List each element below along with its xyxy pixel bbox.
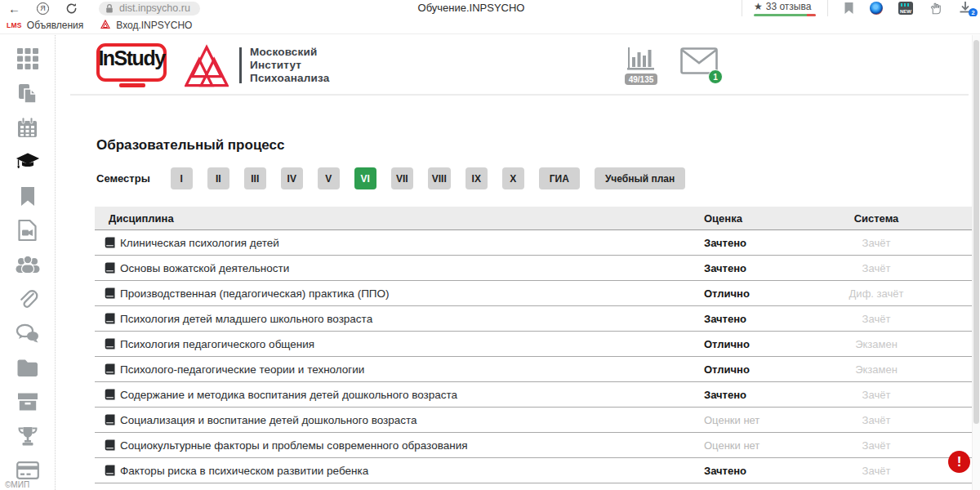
- alert-notification-badge[interactable]: !: [948, 451, 970, 473]
- semester-button[interactable]: III: [244, 167, 266, 189]
- scrollbar-thumb[interactable]: [973, 40, 979, 424]
- copyright-label: ©МИП: [5, 480, 29, 489]
- credit-card-icon: [16, 461, 39, 479]
- archive-box-icon: [17, 392, 38, 412]
- disciplines-table: Дисциплина Оценка Система Клиническая пс…: [95, 207, 972, 483]
- bookmark-item-announcements[interactable]: LMS Объявления: [7, 20, 83, 31]
- discipline-title: Клиническая психология детей: [120, 237, 279, 249]
- semesters-row: Семестры IIIIIIIVVVIVIIVIIIIXXГИАУчебный…: [96, 167, 685, 189]
- bar-chart-icon: [626, 47, 656, 71]
- discipline-title: Факторы риска в психическом развитии реб…: [120, 465, 368, 477]
- book-icon: [105, 313, 115, 324]
- lock-icon: [105, 3, 114, 14]
- bookmarks-bar: LMS Объявления Вход.INPSYCHO: [0, 16, 980, 34]
- book-icon: [105, 363, 115, 375]
- sidebar-item-bookmarks[interactable]: [16, 185, 40, 207]
- semester-button[interactable]: IX: [466, 167, 488, 189]
- instudy-logo-stand: [119, 83, 145, 87]
- yandex-button[interactable]: Я: [37, 2, 49, 15]
- new-badge: NEW: [898, 9, 913, 14]
- mail-widget[interactable]: 1: [680, 47, 718, 80]
- table-header-row: Дисциплина Оценка Система: [95, 207, 972, 230]
- table-row[interactable]: Социализация и воспитание детей дошкольн…: [95, 408, 972, 433]
- discipline-title: Психология детей младшего школьного возр…: [120, 313, 372, 325]
- table-row[interactable]: Психология детей младшего школьного возр…: [95, 306, 972, 332]
- table-row[interactable]: Клиническая психология детей Зачтено Зач…: [95, 230, 972, 256]
- bookmark-item-vhod-inpsycho[interactable]: Вход.INPSYCHO: [100, 20, 192, 31]
- sidebar-item-video-materials[interactable]: [16, 219, 40, 242]
- column-header-discipline: Дисциплина: [95, 212, 691, 225]
- book-icon: [105, 287, 115, 299]
- reviews-widget[interactable]: ★ 33 отзыва: [742, 0, 828, 16]
- back-button[interactable]: ←: [8, 2, 20, 15]
- discipline-title: Психолого-педагогические теории и технол…: [120, 363, 364, 376]
- sidebar-item-archive[interactable]: [16, 390, 40, 413]
- documents-icon: [16, 82, 38, 105]
- column-header-grade: Оценка: [691, 212, 822, 225]
- sidebar-item-messages[interactable]: [16, 322, 40, 345]
- grade-value: Оценки нет: [691, 414, 822, 426]
- semester-button[interactable]: II: [207, 167, 229, 189]
- semester-button[interactable]: V: [318, 167, 340, 189]
- header-divider: [70, 94, 969, 96]
- star-icon: ★: [754, 1, 763, 12]
- semester-button[interactable]: I: [171, 167, 193, 189]
- system-value: Зачёт: [822, 414, 931, 426]
- table-row[interactable]: Факторы риска в психическом развитии реб…: [95, 458, 972, 483]
- bookmark-flag-icon[interactable]: [844, 2, 854, 15]
- semester-button[interactable]: VII: [391, 167, 413, 189]
- discipline-title: Основы вожатской деятельности: [120, 262, 289, 274]
- bookmark-label: Вход.INPSYCHO: [116, 20, 192, 31]
- semester-button[interactable]: Учебный план: [595, 167, 685, 189]
- system-value: Зачёт: [822, 465, 931, 477]
- grade-value: Зачтено: [691, 237, 822, 249]
- mip-logo-icon[interactable]: [185, 44, 229, 88]
- sidebar-item-attachments[interactable]: [16, 287, 40, 310]
- grade-value: Зачтено: [691, 262, 822, 274]
- mip-triangle-icon: [100, 20, 111, 30]
- book-icon: [105, 338, 115, 350]
- apps-grid-icon: [17, 48, 38, 69]
- table-row[interactable]: Производственная (педагогическая) практи…: [95, 281, 972, 306]
- semesters-label: Семестры: [96, 172, 150, 185]
- calendar-icon: [16, 117, 38, 139]
- browser-extension-icon[interactable]: [870, 2, 883, 15]
- lms-icon: LMS: [7, 21, 22, 29]
- sidebar-item-calendar[interactable]: [16, 116, 40, 139]
- table-row[interactable]: Социокультурные факторы и проблемы совре…: [95, 433, 972, 458]
- browser-toolbar: ← Я dist.inpsycho.ru Обучение.INPSYCHO ★…: [0, 0, 980, 16]
- discipline-title: Производственная (педагогическая) практи…: [120, 287, 390, 300]
- instudy-logo[interactable]: InStudy: [96, 43, 167, 82]
- page-scrollbar: [972, 35, 980, 490]
- book-icon: [105, 414, 115, 425]
- progress-widget[interactable]: 49/135: [623, 47, 659, 85]
- semester-button[interactable]: VIII: [428, 167, 451, 189]
- grade-value: Отлично: [691, 363, 822, 376]
- table-row[interactable]: Содержание и методика воспитания детей д…: [95, 382, 972, 408]
- sidebar-item-apps-grid[interactable]: [16, 47, 40, 70]
- sidebar-item-documents[interactable]: [16, 82, 40, 105]
- sidebar-item-achievements[interactable]: [16, 425, 40, 448]
- downloads-button[interactable]: 2: [959, 1, 973, 16]
- semester-button[interactable]: IV: [281, 167, 303, 189]
- sidebar-item-groups[interactable]: [16, 253, 40, 276]
- sidebar-item-payments[interactable]: [16, 459, 40, 482]
- table-row[interactable]: Психология педагогического общения Отлич…: [95, 332, 972, 357]
- grade-value: Зачтено: [691, 465, 822, 477]
- folder-icon: [16, 359, 38, 376]
- grade-value: Зачтено: [691, 389, 822, 401]
- refresh-button[interactable]: [65, 2, 78, 15]
- paperclip-icon: [16, 288, 38, 310]
- collections-icon[interactable]: [929, 1, 943, 16]
- semester-button[interactable]: X: [502, 167, 524, 189]
- address-bar[interactable]: dist.inpsycho.ru: [99, 2, 200, 16]
- table-row[interactable]: Основы вожатской деятельности Зачтено За…: [95, 256, 972, 281]
- table-row[interactable]: Психолого-педагогические теории и технол…: [95, 357, 972, 382]
- new-extension-icon[interactable]: NEW: [898, 2, 913, 15]
- mail-badge: 1: [708, 69, 723, 84]
- semester-button[interactable]: VI: [354, 167, 376, 189]
- sidebar-item-education[interactable]: [16, 150, 40, 173]
- system-value: Зачёт: [822, 439, 931, 452]
- sidebar-item-files[interactable]: [16, 356, 40, 379]
- semester-button[interactable]: ГИА: [539, 167, 580, 189]
